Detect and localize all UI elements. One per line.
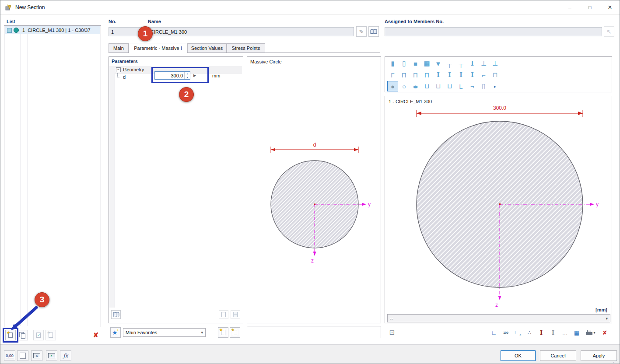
list-item-circle-m1-300[interactable]: 1 CIRCLE_M1 300 | 1 - C30/37 (5, 26, 100, 34)
section-solid-toggle-button[interactable]: Ⅰ (536, 327, 547, 338)
window-title: New Section (15, 4, 45, 10)
tee-inverted-2-icon: ⊥ (492, 60, 498, 67)
section-type-i-beam-2[interactable]: Ⅰ (433, 70, 444, 80)
cancel-button[interactable]: Cancel (540, 350, 576, 361)
favorite-section-button[interactable]: ★ (46, 330, 56, 340)
svg-text:z: z (495, 302, 498, 308)
section-type-i-beam-4[interactable]: Ⅰ (455, 70, 466, 80)
section-type-box-hollow[interactable]: ▯ (478, 81, 489, 91)
axes-toggle-button[interactable]: ∟ (488, 327, 500, 338)
frame-pi-2-icon: Π (413, 71, 418, 79)
clear-view-button[interactable]: ✘ (599, 327, 610, 338)
delete-section-button[interactable]: ✘ (91, 330, 101, 340)
print-dropdown-arrow[interactable]: ▾ (593, 331, 595, 335)
section-type-channel-u-1[interactable]: ⊔ (421, 81, 432, 91)
display-properties-button[interactable]: A (31, 350, 42, 361)
parameters-library-button[interactable] (111, 310, 121, 319)
section-type-circle-solid[interactable]: ● (387, 81, 398, 91)
section-type-frame-pi-3[interactable]: Π (421, 70, 432, 80)
section-type-i-beam-5[interactable]: Ⅰ (467, 70, 478, 80)
star-icon: ★ (231, 328, 235, 332)
section-type-tee-2[interactable]: ┬ (455, 58, 466, 69)
section-type-channel-u-3[interactable]: ⊔ (444, 81, 455, 91)
tee-2-icon: ┬ (459, 60, 463, 67)
apply-button[interactable]: Apply (581, 350, 617, 361)
graphic-options-dropdown[interactable]: -- ▾ (387, 314, 610, 322)
save-icon (233, 312, 238, 317)
section-type-angle-gamma[interactable]: Γ (387, 70, 398, 80)
dimensions-toggle-button[interactable]: 100 (500, 327, 511, 338)
small-section-drawing: d y z (247, 57, 381, 323)
section-outline-toggle-button[interactable]: Ⅰ (547, 327, 559, 338)
favorites-dropdown[interactable]: Main Favorites ▾ (123, 328, 206, 337)
section-type-frame-pi-2[interactable]: Π (410, 70, 421, 80)
section-type-circle-hollow[interactable]: ○ (399, 81, 410, 91)
collapse-icon[interactable]: − (116, 67, 121, 72)
name-field[interactable]: CIRCLE_M1 300 (148, 27, 354, 36)
stamp-section-info-button[interactable]: ⊡ (386, 327, 398, 338)
add-favorite-button[interactable]: ★ + (110, 327, 121, 338)
white-square-icon (20, 353, 26, 359)
centroid-marker (314, 203, 315, 205)
assigned-members-field[interactable] (385, 27, 602, 36)
principal-axes-toggle-button[interactable]: ∟e (512, 327, 523, 338)
tab-section-values[interactable]: Section Values (187, 43, 227, 52)
select-members-button[interactable]: ↖ (604, 26, 614, 37)
tree-gutter (109, 66, 115, 308)
section-type-wedge[interactable]: ▼ (433, 58, 444, 69)
preview-bottom-strip (247, 326, 381, 338)
new-favorites-group-button[interactable]: ★ (230, 327, 240, 338)
section-type-tee-inverted-1[interactable]: ⊥ (478, 58, 489, 69)
values-table-toggle-button[interactable]: ▦ (571, 327, 582, 338)
save-parameters-button[interactable] (231, 310, 240, 319)
decimal-places-button[interactable]: 0,00 (4, 350, 15, 361)
i-beam-5-icon: Ⅰ (471, 71, 474, 78)
angle-gamma-icon: Γ (391, 71, 394, 79)
graphic-options-value: -- (390, 316, 393, 321)
tab-main[interactable]: Main (109, 43, 129, 52)
import-parameters-button[interactable] (219, 310, 228, 319)
angle-l-mirrored-icon: ¬ (470, 83, 474, 90)
tab-stress-points[interactable]: Stress Points (227, 43, 265, 52)
formula-button[interactable]: ƒx (60, 350, 71, 361)
section-type-angle-l-mirrored[interactable]: ¬ (467, 81, 478, 91)
stress-points-toggle-button[interactable]: ∴ (524, 327, 535, 338)
close-button[interactable]: × (600, 0, 620, 14)
annotation-badge-3: 3 (35, 292, 49, 307)
list-guide-line (27, 26, 28, 326)
section-type-tee-1[interactable]: ┬ (444, 58, 455, 69)
tree-line (117, 77, 121, 78)
dimension-d: d (271, 142, 358, 153)
list-item-label: CIRCLE_M1 300 | 1 - C30/37 (28, 28, 90, 33)
background-color-button[interactable] (17, 350, 28, 361)
section-type-tee-inverted-2[interactable]: ⊥ (490, 58, 501, 69)
section-type-rect-bar[interactable]: ▮ (387, 58, 398, 69)
library-button[interactable] (368, 26, 379, 37)
manage-favorites-button[interactable]: ★ (218, 327, 228, 338)
angle-l-icon: L (459, 83, 462, 90)
section-type-more-sections[interactable]: ▸ (490, 81, 501, 91)
more-sections-icon: ▸ (494, 84, 496, 89)
rect-outline-icon: ▯ (402, 60, 406, 67)
tab-parametric-massive[interactable]: Parametric - Massive I (129, 43, 187, 53)
section-type-rect-outline[interactable]: ▯ (399, 58, 410, 69)
ok-button[interactable]: OK (501, 350, 536, 361)
section-type-corner[interactable]: ⌐ (478, 70, 489, 80)
minimize-button[interactable]: – (560, 0, 580, 14)
regenerate-view-button[interactable]: ▸ (46, 350, 57, 361)
print-graphic-button[interactable]: ▾ (583, 327, 599, 338)
section-type-ellipse[interactable]: ● (410, 81, 421, 91)
section-type-angle-l[interactable]: L (455, 81, 466, 91)
dimension-options-button[interactable]: … (559, 327, 571, 338)
section-type-i-beam-1[interactable]: Ⅰ (467, 58, 478, 69)
section-type-channel-u-2[interactable]: ⊔ (433, 81, 444, 91)
section-type-i-beam-3[interactable]: Ⅰ (444, 70, 455, 80)
section-type-frame-pi-1[interactable]: Π (399, 70, 410, 80)
resize-grip[interactable]: ⋰ (613, 358, 618, 364)
rename-button[interactable]: ✎ (356, 26, 367, 37)
section-type-square-solid[interactable]: ■ (410, 58, 421, 69)
maximize-button[interactable]: □ (580, 0, 600, 14)
section-type-square-grid[interactable]: ▦ (421, 58, 432, 69)
stress-points-toggle-icon: ∴ (528, 329, 531, 336)
section-type-channel-top[interactable]: ⊓ (490, 70, 501, 80)
